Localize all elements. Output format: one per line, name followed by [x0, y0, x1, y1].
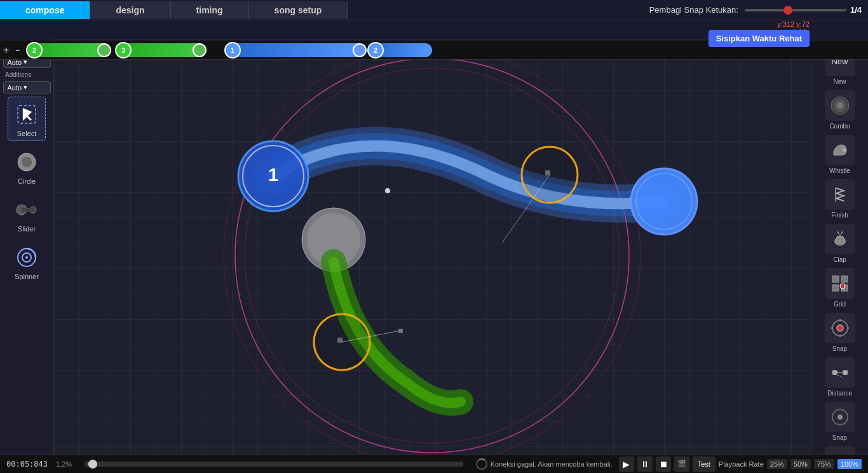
timeline-track-blue-2[interactable]: 2: [369, 43, 432, 57]
spinner-label: Spinner: [15, 273, 39, 280]
test-button[interactable]: Test: [693, 456, 715, 472]
svg-point-37: [840, 284, 845, 289]
tool-snap[interactable]: Snap: [825, 313, 855, 352]
rate-100[interactable]: 100%: [837, 459, 862, 469]
playback-rate-label: Playback Rate: [719, 460, 764, 468]
grid-icon: [825, 268, 855, 299]
finish-label: Finish: [831, 212, 848, 219]
tool-select[interactable]: Select: [8, 97, 46, 141]
whistle-icon: [825, 135, 855, 165]
circle-icon: [13, 148, 41, 176]
snap2-label: Snap: [832, 434, 847, 441]
svg-point-39: [837, 325, 843, 331]
time-display: 00:05:843: [6, 460, 48, 469]
svg-rect-33: [832, 276, 839, 282]
canvas-svg: 1: [54, 39, 811, 454]
finish-icon: [825, 179, 855, 210]
timeline-track-blue-1[interactable]: 1: [226, 43, 365, 57]
stop-button[interactable]: ⏹: [656, 456, 671, 472]
bottom-bar: 00:05:843 1,2% Koneksi gagal. Akan menco…: [0, 454, 868, 473]
svg-point-31: [843, 148, 846, 152]
pembagi-label: Pembagi Snap Ketukan:: [649, 5, 738, 15]
left-sidebar: Sampleset Auto ▾ Additions Auto ▾ Select: [0, 39, 54, 454]
tool-distance-snap2[interactable]: Snap: [825, 402, 855, 441]
snap-icon: [825, 313, 855, 343]
scrubber-thumb[interactable]: [88, 460, 97, 469]
grid-label: Grid: [834, 301, 846, 308]
tab-song-setup[interactable]: song setup: [249, 1, 348, 19]
svg-marker-1: [23, 108, 32, 121]
header-bar: compose design timing song setup Pembagi…: [0, 0, 868, 20]
distance-snap-icon: [825, 357, 855, 388]
pause-button[interactable]: ⏸: [637, 456, 653, 472]
timeline-track-green-1[interactable]: 2: [27, 43, 110, 57]
snap-value: 1/4: [850, 5, 862, 15]
timeline-plus[interactable]: +: [3, 45, 15, 56]
snap-slider[interactable]: [745, 9, 846, 11]
timeline-track-green-2[interactable]: 3: [116, 43, 205, 57]
new-label: New: [833, 78, 846, 85]
play-button[interactable]: ▶: [619, 456, 634, 472]
svg-rect-6: [22, 208, 33, 212]
snap-thumb[interactable]: [783, 6, 792, 15]
tool-circle[interactable]: Circle: [8, 144, 46, 189]
tool-spinner[interactable]: Spinner: [8, 240, 46, 284]
svg-point-16: [631, 168, 697, 235]
timeline-minus[interactable]: −: [15, 46, 24, 55]
percent-display: 1,2%: [56, 460, 72, 468]
svg-point-44: [837, 415, 843, 420]
additions-chevron: ▾: [24, 83, 27, 92]
combo-icon: [825, 90, 855, 121]
svg-rect-25: [398, 329, 403, 333]
tab-compose[interactable]: compose: [0, 1, 90, 19]
rate-25[interactable]: 25%: [767, 459, 787, 469]
svg-rect-35: [832, 285, 839, 291]
status-message: Koneksi gagal. Akan mencoba kembali.: [491, 460, 613, 468]
playback-controls: ▶ ⏸ ⏹ 🎬 Test Playback Rate 25% 50% 75% 1…: [619, 456, 862, 472]
tool-finish[interactable]: Finish: [825, 179, 855, 219]
rate-50[interactable]: 50%: [790, 459, 811, 469]
select-icon: [13, 100, 41, 128]
status-area: Koneksi gagal. Akan mencoba kembali.: [476, 458, 613, 470]
svg-rect-32: [835, 188, 836, 202]
slider-label: Slider: [18, 225, 36, 233]
tool-slider[interactable]: Slider: [8, 192, 46, 236]
main-area: Sampleset Auto ▾ Additions Auto ▾ Select: [0, 39, 868, 454]
spinner-icon: [13, 243, 41, 271]
canvas-area[interactable]: 1: [54, 39, 811, 454]
circle-label: Circle: [18, 177, 36, 185]
timeline-scrubber[interactable]: [85, 462, 463, 467]
distance-snap2-icon: [825, 402, 855, 432]
svg-point-3: [22, 157, 32, 167]
slider-icon: [13, 196, 41, 224]
whistle-label: Whistle: [829, 167, 850, 174]
right-sidebar: New New Combo Whistle: [811, 39, 868, 454]
tool-grid[interactable]: Grid: [825, 268, 855, 308]
additions-select[interactable]: Auto ▾: [3, 81, 51, 93]
tool-clap[interactable]: Clap: [825, 224, 855, 263]
svg-point-15: [385, 188, 390, 193]
tool-distance-snap[interactable]: Distance: [825, 357, 855, 397]
tool-combo[interactable]: Combo: [825, 90, 855, 130]
select-label: Select: [17, 130, 37, 137]
svg-point-41: [843, 370, 848, 375]
snap-label: Snap: [832, 345, 847, 352]
loading-spinner: [476, 458, 487, 470]
clap-icon: [825, 224, 855, 254]
tab-timing[interactable]: timing: [171, 1, 249, 19]
additions-label: Additions: [0, 71, 31, 78]
header-right: Pembagi Snap Ketukan: 1/4: [649, 5, 868, 15]
svg-point-40: [832, 370, 837, 375]
clap-label: Clap: [833, 256, 846, 263]
video-button[interactable]: 🎬: [674, 456, 689, 472]
svg-rect-34: [841, 276, 848, 282]
combo-label: Combo: [829, 123, 850, 130]
svg-text:1: 1: [268, 164, 279, 185]
tab-design[interactable]: design: [90, 1, 170, 19]
distance-label: Distance: [827, 390, 852, 397]
svg-rect-23: [337, 338, 342, 343]
svg-point-9: [25, 256, 28, 259]
rate-75[interactable]: 75%: [814, 459, 834, 469]
svg-rect-19: [545, 170, 550, 175]
tool-whistle[interactable]: Whistle: [825, 135, 855, 174]
